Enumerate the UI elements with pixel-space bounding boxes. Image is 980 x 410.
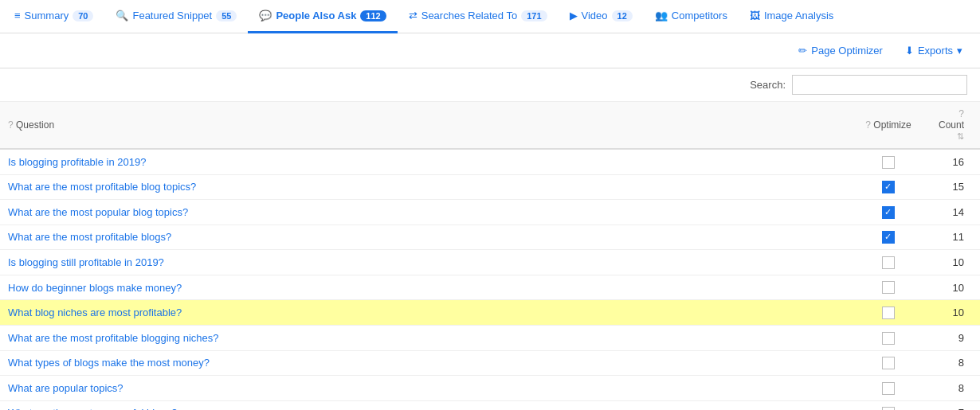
count-cell-9: 8 — [924, 350, 980, 376]
table-body: Is blogging profitable in 2019?16What ar… — [0, 149, 980, 410]
question-link-6[interactable]: How do beginner blogs make money? — [8, 282, 182, 294]
competitors-icon: 👥 — [655, 10, 668, 21]
summary-icon: ≡ — [14, 10, 21, 21]
navigation: ≡Summary70🔍Featured Snippet55💬People Als… — [0, 0, 980, 68]
tab-summary[interactable]: ≡Summary70 — [3, 0, 104, 33]
count-cell-6: 10 — [924, 275, 980, 300]
searches-related-badge: 171 — [521, 10, 547, 21]
optimize-cell-1[interactable] — [853, 149, 924, 174]
table-row: Is blogging still profitable in 2019?10 — [0, 250, 980, 275]
count-cell-4: 11 — [924, 225, 980, 250]
page-optimizer-icon: ✏ — [798, 45, 807, 57]
count-cell-7: 10 — [924, 300, 980, 326]
header-row: ? Question ? Optimize ? Count ⇅ — [0, 102, 980, 149]
tab-exports[interactable]: ⬇Exports ▾ — [894, 35, 974, 68]
optimize-checkbox-1[interactable] — [882, 156, 895, 169]
optimize-cell-8[interactable] — [853, 325, 924, 350]
count-cell-11: 7 — [924, 400, 980, 410]
exports-dropdown-arrow[interactable]: ▾ — [957, 45, 962, 57]
table-row: How do beginner blogs make money?10 — [0, 275, 980, 300]
col-optimize-label: Optimize — [873, 119, 911, 131]
count-cell-3: 14 — [924, 200, 980, 225]
question-link-2[interactable]: What are the most profitable blog topics… — [8, 181, 196, 193]
optimize-cell-9[interactable] — [853, 350, 924, 376]
optimize-checkbox-11[interactable] — [882, 407, 895, 410]
question-cell-8: What are the most profitable blogging ni… — [0, 325, 853, 350]
col-header-optimize: ? Optimize — [853, 102, 924, 149]
tab-searches-related[interactable]: ⇄Searches Related To171 — [398, 0, 559, 33]
exports-icon: ⬇ — [905, 45, 914, 57]
question-cell-3: What are the most popular blog topics? — [0, 200, 853, 225]
question-link-3[interactable]: What are the most popular blog topics? — [8, 206, 188, 218]
table-row: What are the most profitable blogs?11 — [0, 225, 980, 250]
question-link-7[interactable]: What blog niches are most profitable? — [8, 307, 182, 318]
optimize-checkbox-8[interactable] — [882, 332, 895, 345]
question-cell-9: What types of blogs make the most money? — [0, 350, 853, 376]
help-icon-count: ? — [958, 108, 964, 119]
tab-competitors[interactable]: 👥Competitors — [644, 0, 739, 33]
count-cell-1: 16 — [924, 149, 980, 174]
question-link-9[interactable]: What types of blogs make the most money? — [8, 357, 210, 369]
image-analysis-label: Image Analysis — [764, 10, 833, 21]
tab-video[interactable]: ▶Video12 — [559, 0, 644, 33]
question-link-10[interactable]: What are popular topics? — [8, 382, 123, 394]
question-link-8[interactable]: What are the most profitable blogging ni… — [8, 332, 219, 344]
col-header-count: ? Count ⇅ — [924, 102, 980, 149]
tab-image-analysis[interactable]: 🖼Image Analysis — [739, 0, 845, 33]
table-row: What blog niches are most profitable?10 — [0, 300, 980, 326]
question-cell-1: Is blogging profitable in 2019? — [0, 149, 853, 174]
optimize-cell-5[interactable] — [853, 250, 924, 275]
optimize-cell-4[interactable] — [853, 225, 924, 250]
question-cell-11: What are the most successful blogs? — [0, 400, 853, 410]
optimize-checkbox-9[interactable] — [882, 357, 895, 369]
optimize-cell-11[interactable] — [853, 400, 924, 410]
question-cell-6: How do beginner blogs make money? — [0, 275, 853, 300]
page-optimizer-label: Page Optimizer — [811, 45, 883, 57]
tab-featured-snippet[interactable]: 🔍Featured Snippet55 — [104, 0, 248, 33]
optimize-cell-2[interactable] — [853, 174, 924, 200]
question-cell-7: What blog niches are most profitable? — [0, 300, 853, 326]
video-badge: 12 — [612, 10, 633, 21]
sort-icon-count[interactable]: ⇅ — [957, 131, 964, 141]
optimize-checkbox-3[interactable] — [882, 206, 895, 219]
optimize-checkbox-5[interactable] — [882, 256, 895, 269]
optimize-cell-6[interactable] — [853, 275, 924, 300]
table-row: What are popular topics?8 — [0, 376, 980, 401]
search-bar: Search: — [0, 68, 980, 102]
optimize-cell-3[interactable] — [853, 200, 924, 225]
video-icon: ▶ — [570, 10, 578, 21]
people-also-ask-icon: 💬 — [259, 10, 272, 21]
col-header-question: ? Question — [0, 102, 853, 149]
featured-snippet-icon: 🔍 — [116, 10, 128, 21]
searches-related-label: Searches Related To — [421, 10, 517, 21]
summary-badge: 70 — [73, 10, 93, 21]
optimize-checkbox-4[interactable] — [882, 231, 895, 244]
question-link-4[interactable]: What are the most profitable blogs? — [8, 231, 171, 243]
questions-table: ? Question ? Optimize ? Count ⇅ Is blogg… — [0, 102, 980, 410]
table-row: What are the most successful blogs?7 — [0, 400, 980, 410]
table-row: What are the most profitable blog topics… — [0, 174, 980, 200]
featured-snippet-badge: 55 — [216, 10, 237, 21]
search-input[interactable] — [792, 75, 967, 95]
question-link-11[interactable]: What are the most successful blogs? — [8, 407, 177, 410]
optimize-checkbox-6[interactable] — [882, 281, 895, 294]
optimize-cell-7[interactable] — [853, 300, 924, 326]
question-cell-2: What are the most profitable blog topics… — [0, 174, 853, 200]
nav-row-2: ✏Page Optimizer⬇Exports ▾ — [0, 33, 980, 68]
optimize-cell-10[interactable] — [853, 376, 924, 401]
competitors-label: Competitors — [672, 10, 727, 21]
tab-people-also-ask[interactable]: 💬People Also Ask112 — [248, 0, 397, 33]
optimize-checkbox-2[interactable] — [882, 181, 895, 193]
question-cell-4: What are the most profitable blogs? — [0, 225, 853, 250]
table-container: ? Question ? Optimize ? Count ⇅ Is blogg… — [0, 102, 980, 410]
col-count-label: Count — [939, 119, 964, 131]
count-cell-8: 9 — [924, 325, 980, 350]
question-link-5[interactable]: Is blogging still profitable in 2019? — [8, 256, 164, 268]
question-link-1[interactable]: Is blogging profitable in 2019? — [8, 156, 146, 168]
col-question-label: Question — [16, 119, 54, 131]
optimize-checkbox-10[interactable] — [882, 382, 895, 395]
tab-page-optimizer[interactable]: ✏Page Optimizer — [787, 35, 894, 68]
table-row: What are the most popular blog topics?14 — [0, 200, 980, 225]
question-cell-10: What are popular topics? — [0, 376, 853, 401]
optimize-checkbox-7[interactable] — [882, 307, 895, 319]
